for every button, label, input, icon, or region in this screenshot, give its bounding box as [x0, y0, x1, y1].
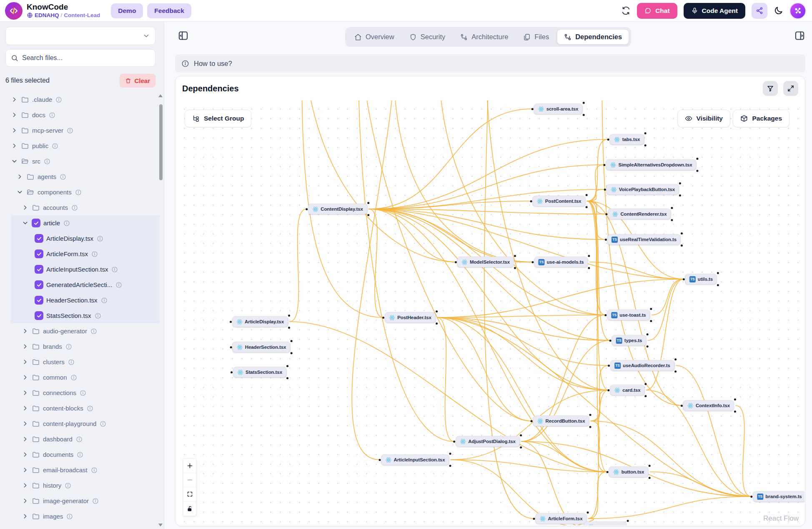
info-icon[interactable]	[80, 390, 86, 396]
scrollbar-up-arrow[interactable]	[158, 94, 163, 97]
handle-left[interactable]	[455, 261, 457, 263]
graph-node-sad[interactable]: SimpleAlternativesDropdown.tsx	[606, 159, 696, 170]
tab-architecture[interactable]: Architecture	[453, 29, 515, 45]
graph-node-modelselector[interactable]: ModelSelector.tsx	[457, 257, 514, 267]
handle-right-bottom[interactable]	[520, 446, 522, 448]
handle-right-bottom[interactable]	[449, 465, 451, 467]
chevron-right-icon[interactable]	[11, 127, 18, 134]
chevron-right-icon[interactable]	[22, 358, 29, 365]
search-input[interactable]	[22, 54, 150, 62]
branch-select-dropdown[interactable]	[5, 27, 155, 45]
handle-right-bottom[interactable]	[674, 370, 677, 373]
checkbox-checked[interactable]	[35, 280, 43, 289]
tree-item-claude[interactable]: .claude	[11, 92, 160, 107]
handle-left[interactable]	[609, 340, 612, 342]
graph-node-contextinfo[interactable]: ContextInfo.tsx	[683, 400, 734, 411]
info-icon[interactable]	[101, 297, 108, 304]
dark-mode-moon-icon[interactable]	[774, 6, 783, 15]
chevron-right-icon[interactable]	[22, 451, 29, 458]
chevron-right-icon[interactable]	[11, 142, 18, 149]
tab-files[interactable]: Files	[516, 29, 556, 45]
sidebar-scrollbar[interactable]	[159, 104, 163, 180]
handle-left[interactable]	[750, 496, 752, 498]
chevron-right-icon[interactable]	[22, 343, 29, 350]
chevron-right-icon[interactable]	[22, 482, 29, 489]
tree-item-email-broadcast[interactable]: email-broadcast	[11, 462, 160, 478]
graph-node-recordbutton[interactable]: RecordButton.tsx	[533, 416, 589, 426]
how-to-use-bar[interactable]: How to use?	[175, 54, 805, 73]
graph-node-articleform[interactable]: ArticleForm.tsx	[536, 513, 587, 524]
handle-left[interactable]	[681, 405, 683, 407]
handle-right-top[interactable]	[582, 102, 584, 104]
tree-item-docs[interactable]: docs	[11, 107, 160, 123]
tree-item-articleinputsection-tsx[interactable]: ArticleInputSection.tsx	[11, 262, 160, 277]
share-button[interactable]	[752, 3, 767, 19]
handle-left[interactable]	[608, 365, 610, 367]
tree-item-components[interactable]: components	[11, 184, 160, 200]
info-icon[interactable]	[60, 174, 66, 180]
tree-item-images[interactable]: images	[11, 509, 160, 524]
handle-left[interactable]	[382, 317, 384, 319]
info-icon[interactable]	[65, 482, 71, 489]
breadcrumb-org[interactable]: EDNAHQ	[35, 12, 59, 18]
handle-left[interactable]	[607, 139, 609, 141]
tree-item-articleform-tsx[interactable]: ArticleForm.tsx	[11, 246, 160, 262]
handle-left[interactable]	[606, 471, 609, 473]
tree-item-common[interactable]: common	[11, 370, 160, 385]
chevron-right-icon[interactable]	[22, 466, 29, 474]
graph-node-headersection[interactable]: HeaderSection.tsx	[233, 342, 291, 353]
dependency-graph-canvas[interactable]: scroll-area.tsxtabs.tsxSimpleAlternative…	[176, 101, 804, 525]
graph-node-tabs[interactable]: tabs.tsx	[610, 134, 644, 145]
graph-node-utils[interactable]: TSutils.ts	[685, 274, 717, 285]
tree-item-content-playground[interactable]: content-playground	[11, 416, 160, 431]
collapse-sidebar-icon[interactable]	[178, 30, 189, 41]
handle-right-top[interactable]	[286, 365, 288, 367]
handle-left[interactable]	[530, 200, 532, 202]
graph-node-postcontent[interactable]: PostContent.tsx	[533, 196, 586, 207]
tree-item-audio-generator[interactable]: audio-generator	[11, 323, 160, 339]
checkbox-checked[interactable]	[35, 296, 43, 305]
info-icon[interactable]	[63, 220, 70, 227]
handle-left[interactable]	[607, 389, 609, 391]
info-icon[interactable]	[95, 312, 101, 319]
tree-item-articledisplay-tsx[interactable]: ArticleDisplay.tsx	[11, 231, 160, 246]
chevron-down-icon[interactable]	[11, 158, 18, 165]
tree-item-headersection-tsx[interactable]: HeaderSection.tsx	[11, 292, 160, 308]
handle-left[interactable]	[605, 239, 607, 241]
tree-item-generatedarticlesecti[interactable]: GeneratedArticleSecti...	[11, 277, 160, 292]
info-icon[interactable]	[49, 112, 55, 118]
tree-item-agents[interactable]: agents	[11, 169, 160, 184]
handle-right-top[interactable]	[627, 520, 629, 522]
handle-left[interactable]	[604, 189, 606, 191]
chevron-right-icon[interactable]	[22, 374, 29, 381]
info-icon[interactable]	[71, 204, 78, 211]
breadcrumb-project[interactable]: Content-Lead	[64, 12, 100, 18]
tree-item-image-generator[interactable]: image-generator	[11, 493, 160, 509]
chevron-right-icon[interactable]	[11, 111, 18, 118]
graph-node-postheader[interactable]: PostHeader.tsx	[385, 312, 436, 323]
chevron-right-icon[interactable]	[22, 420, 29, 427]
handle-right-bottom[interactable]	[367, 214, 369, 216]
handle-right-bottom[interactable]	[589, 426, 591, 428]
chevron-right-icon[interactable]	[22, 436, 29, 443]
handle-left[interactable]	[379, 459, 381, 461]
tree-item-clusters[interactable]: clusters	[11, 354, 160, 370]
tree-item-accounts[interactable]: accounts	[11, 200, 160, 215]
graph-node-vpb[interactable]: VoicePlaybackButton.tsx	[606, 184, 679, 195]
tree-item-article[interactable]: article	[11, 215, 160, 231]
handle-left[interactable]	[683, 278, 685, 280]
handle-left[interactable]	[230, 346, 232, 348]
avatar[interactable]	[789, 3, 806, 19]
packages-button[interactable]: Packages	[733, 110, 789, 127]
handle-right-top[interactable]	[674, 358, 677, 360]
info-icon[interactable]	[97, 235, 103, 242]
tree-item-documents[interactable]: documents	[11, 447, 160, 462]
graph-node-statssection[interactable]: StatsSection.tsx	[233, 367, 286, 378]
chevron-right-icon[interactable]	[11, 96, 18, 103]
chevron-right-icon[interactable]	[22, 405, 29, 412]
graph-node-contentdisplay[interactable]: ContentDisplay.tsx	[308, 204, 367, 214]
refresh-icon[interactable]	[621, 6, 631, 15]
tree-item-src[interactable]: src	[11, 154, 160, 169]
handle-left[interactable]	[453, 441, 455, 443]
graph-node-urtv[interactable]: TSuseRealTimeValidation.ts	[607, 234, 681, 245]
